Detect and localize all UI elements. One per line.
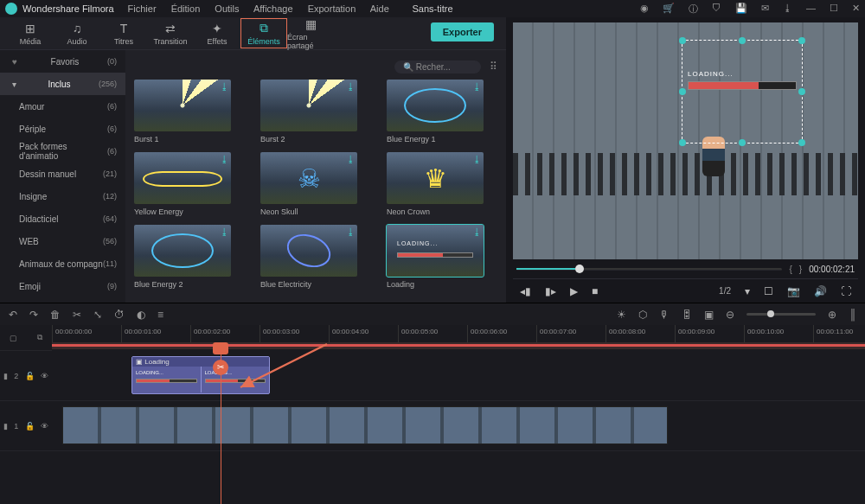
snapshot-icon[interactable]: 📷 [787, 285, 800, 297]
timeline-settings-icon[interactable]: ▢ [10, 334, 17, 342]
track-mute-icon[interactable]: ▮ [3, 422, 8, 431]
sidebar-item-periple[interactable]: Périple(6) [0, 118, 125, 140]
preview-scrubber[interactable] [516, 268, 782, 271]
zoom-in-icon[interactable]: ⊕ [828, 309, 836, 321]
tab-elements[interactable]: ⧉Éléments [240, 18, 287, 48]
adjust-icon[interactable]: ≡ [157, 309, 163, 321]
download-icon[interactable]: ⭳ [346, 81, 356, 92]
download-icon[interactable]: ⭳ [472, 226, 482, 237]
marker-icon[interactable]: ⬡ [638, 309, 647, 321]
mixer-icon[interactable]: 🎛 [682, 309, 692, 321]
sidebar-item-tutorial[interactable]: Didacticiel(64) [0, 207, 125, 230]
grid-view-icon[interactable]: ⠿ [490, 61, 497, 73]
tab-media[interactable]: ⊞Média [7, 19, 54, 48]
menu-help[interactable]: Aide [370, 3, 389, 14]
tab-transition[interactable]: ⇄Transition [147, 19, 194, 48]
record-icon[interactable]: 🎙 [659, 309, 670, 321]
menu-edit[interactable]: Édition [171, 3, 201, 14]
thumb-blue-energy-2[interactable]: ⭳Blue Energy 2 [134, 225, 231, 289]
thumb-neon-crown[interactable]: ⭳Neon Crown [387, 152, 484, 216]
prev-frame-icon[interactable]: ◂▮ [520, 285, 531, 297]
tab-titles[interactable]: TTitres [100, 19, 147, 48]
save-icon[interactable]: 💾 [735, 3, 747, 16]
download-icon[interactable]: ⭳ [220, 154, 229, 164]
next-frame-icon[interactable]: ▮▸ [545, 285, 556, 297]
tab-splitscreen[interactable]: ▦Écran partagé [287, 15, 334, 53]
lock-icon[interactable]: 🔓 [25, 422, 35, 431]
lock-icon[interactable]: 🔓 [25, 372, 35, 380]
download-icon[interactable]: ⭳ [220, 226, 229, 237]
maximize-icon[interactable]: ☐ [830, 3, 838, 16]
zoom-out-icon[interactable]: ⊖ [726, 309, 734, 321]
menu-file[interactable]: Fichier [128, 3, 157, 14]
undo-icon[interactable]: ↶ [9, 309, 17, 321]
chevron-down-icon[interactable]: ▾ [745, 285, 750, 297]
export-button[interactable]: Exporter [431, 22, 494, 41]
keyframe-icon[interactable]: ▣ [704, 309, 714, 321]
stop-icon[interactable]: ■ [592, 285, 598, 297]
thumb-neon-skull[interactable]: ⭳Neon Skull [260, 152, 357, 216]
visibility-icon[interactable]: 👁 [41, 372, 48, 380]
fullscreen-icon[interactable]: ⛶ [841, 285, 851, 297]
track-header-1[interactable]: ▮ 1 🔓 👁 [0, 401, 52, 451]
close-icon[interactable]: ✕ [852, 3, 860, 16]
speed-icon[interactable]: ⏱ [114, 309, 125, 321]
track-header-2[interactable]: ▮ 2 🔓 👁 [0, 351, 52, 401]
sidebar-item-emoji[interactable]: Emoji(9) [0, 275, 125, 297]
selection-box[interactable] [682, 40, 803, 144]
timeline-ruler[interactable]: 00:00:00:0000:00:01:0000:00:02:0000:00:0… [52, 325, 865, 342]
scissors-icon[interactable]: ✂ [213, 360, 228, 375]
account-icon[interactable]: ⛉ [712, 3, 721, 16]
download-icon[interactable]: ⭳ [783, 3, 792, 16]
sidebar-item-shapes[interactable]: Pack formes d'animatio(6) [0, 140, 125, 163]
menu-view[interactable]: Affichage [253, 3, 293, 14]
sidebar-item-drawing[interactable]: Dessin manuel(21) [0, 163, 125, 185]
sidebar-item-badge[interactable]: Insigne(12) [0, 185, 125, 207]
crop-icon[interactable]: ⤡ [93, 309, 102, 321]
thumb-yellow-energy[interactable]: ⭳Yellow Energy [134, 152, 231, 216]
track-1[interactable] [52, 401, 865, 451]
track-2[interactable]: ▣ Loading LOADING... LOADING... [52, 351, 865, 401]
support-icon[interactable]: ◉ [640, 3, 649, 16]
thumb-blue-electricity[interactable]: ⭳Blue Electricity [260, 225, 357, 289]
play-icon[interactable]: ▶ [570, 285, 578, 297]
menu-export[interactable]: Exportation [308, 3, 356, 14]
menu-tools[interactable]: Outils [215, 3, 239, 14]
sidebar-item-pets[interactable]: Animaux de compagn(11) [0, 252, 125, 275]
clip-loading-element[interactable]: ▣ Loading LOADING... LOADING... [131, 356, 270, 394]
clip-video[interactable] [62, 406, 668, 444]
thumb-burst-1[interactable]: ⭳Burst 1 [134, 80, 231, 144]
sidebar-favorites[interactable]: Favoris(0) [0, 50, 125, 73]
minimize-icon[interactable]: — [806, 3, 816, 16]
volume-icon[interactable]: 🔊 [814, 285, 827, 297]
mail-icon[interactable]: ✉ [761, 3, 769, 16]
track-mute-icon[interactable]: ▮ [3, 372, 8, 380]
download-icon[interactable]: ⭳ [346, 154, 356, 164]
download-icon[interactable]: ⭳ [472, 154, 482, 164]
playhead[interactable]: ✂ [221, 342, 221, 504]
delete-icon[interactable]: 🗑 [50, 309, 61, 321]
thumb-loading[interactable]: ⭳LOADING...Loading [387, 225, 484, 289]
color-icon[interactable]: ◐ [137, 309, 145, 321]
preview-viewport[interactable]: LOADING... [513, 22, 858, 259]
sidebar-included[interactable]: Inclus(256) [0, 73, 125, 95]
cut-icon[interactable]: ✂ [73, 309, 81, 321]
download-icon[interactable]: ⭳ [346, 226, 356, 237]
sidebar-item-amour[interactable]: Amour(6) [0, 95, 125, 118]
timeline-link-icon[interactable]: ⧉ [37, 333, 42, 342]
cart-icon[interactable]: 🛒 [663, 3, 675, 16]
fit-icon[interactable]: ║ [849, 309, 856, 321]
quality-icon[interactable]: ☐ [764, 285, 773, 297]
redo-icon[interactable]: ↷ [29, 309, 38, 321]
thumb-blue-energy-1[interactable]: ⭳Blue Energy 1 [387, 80, 484, 144]
preview-zoom[interactable]: 1/2 [719, 286, 731, 296]
info-icon[interactable]: ⓘ [689, 3, 698, 16]
visibility-icon[interactable]: 👁 [41, 422, 48, 431]
render-icon[interactable]: ☀ [617, 309, 626, 321]
tab-effects[interactable]: ✦Effets [194, 19, 240, 48]
download-icon[interactable]: ⭳ [220, 81, 229, 92]
sidebar-item-web[interactable]: WEB(56) [0, 230, 125, 252]
download-icon[interactable]: ⭳ [472, 81, 482, 92]
thumb-burst-2[interactable]: ⭳Burst 2 [260, 80, 357, 144]
search-input[interactable]: 🔍 Recher... [394, 61, 481, 73]
